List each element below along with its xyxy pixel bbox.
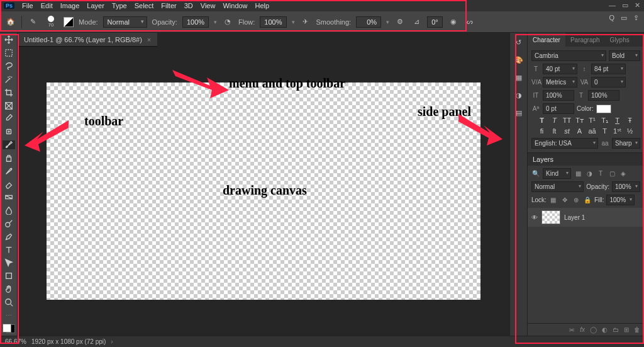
brush-panel-icon[interactable] — [64, 17, 74, 27]
history-panel-icon[interactable]: ↺ — [513, 37, 525, 48]
blend-mode-select[interactable]: Normal — [531, 181, 584, 192]
lock-pixels-icon[interactable]: ▦ — [549, 196, 558, 203]
minimize-icon[interactable]: — — [609, 1, 616, 9]
dodge-tool[interactable] — [3, 219, 15, 229]
layer-thumbnail[interactable] — [541, 210, 560, 224]
font-family-select[interactable]: Cambria — [531, 50, 606, 61]
libraries-panel-icon[interactable]: ▤ — [513, 107, 525, 118]
vscale-input[interactable]: 100% — [543, 90, 574, 101]
tracking-input[interactable]: 0 — [591, 77, 626, 88]
layer-item[interactable]: 👁 Layer 1 — [528, 208, 644, 227]
fx-icon[interactable]: fx — [580, 326, 585, 333]
menu-select[interactable]: Select — [135, 2, 154, 9]
document-tab[interactable]: Untitled-1 @ 66.7% (Layer 1, RGB/8#) × — [18, 33, 157, 47]
layer-name[interactable]: Layer 1 — [564, 214, 585, 221]
airbrush-icon[interactable]: ✈ — [300, 16, 311, 28]
menu-file[interactable]: File — [22, 2, 33, 9]
menu-filter[interactable]: Filter — [161, 2, 176, 9]
menu-help[interactable]: Help — [255, 2, 270, 9]
menu-window[interactable]: Window — [223, 2, 247, 9]
visibility-icon[interactable]: 👁 — [531, 214, 538, 221]
type-tool[interactable] — [3, 245, 15, 254]
menu-layer[interactable]: Layer — [87, 2, 104, 9]
lock-artboard-icon[interactable]: ⊕ — [572, 196, 580, 203]
adjustments-panel-icon[interactable]: ◑ — [513, 89, 525, 101]
blur-tool[interactable] — [3, 206, 15, 215]
path-tool[interactable] — [3, 258, 15, 268]
opacity-input[interactable]: 100% — [182, 16, 209, 28]
strikethrough[interactable]: Ŧ — [625, 117, 635, 125]
angle-input[interactable]: 0° — [427, 16, 443, 28]
tool-preset-icon[interactable]: ✎ — [27, 16, 38, 28]
hand-tool[interactable] — [3, 285, 15, 294]
workspace-icon[interactable]: ▭ — [621, 14, 627, 22]
adjustment-icon[interactable]: ◐ — [602, 326, 608, 333]
superscript[interactable]: T¹ — [587, 117, 597, 125]
filter-adjust-icon[interactable]: ◑ — [585, 170, 594, 177]
eraser-tool[interactable] — [3, 179, 15, 189]
baseline-input[interactable]: 0 pt — [543, 103, 574, 114]
allcaps[interactable]: TT — [562, 117, 572, 125]
kerning-select[interactable]: Metrics — [543, 77, 577, 88]
drawing-canvas[interactable]: menu and top toolbar toolbar side panel … — [47, 82, 480, 300]
close-icon[interactable]: ✕ — [635, 1, 640, 9]
subscript[interactable]: T₁ — [600, 117, 610, 125]
filter-shape-icon[interactable]: ▢ — [608, 170, 616, 177]
menu-edit[interactable]: Edit — [41, 2, 53, 9]
menu-image[interactable]: Image — [60, 2, 80, 9]
chevron-down-icon[interactable]: ▾ — [386, 19, 389, 25]
magic-wand-tool[interactable] — [3, 74, 15, 84]
link-layers-icon[interactable]: ⫘ — [569, 326, 575, 333]
fill-input[interactable]: 100% — [606, 195, 635, 205]
frame-tool[interactable] — [3, 101, 15, 110]
hscale-input[interactable]: 100% — [588, 90, 619, 101]
search-icon[interactable]: Q — [609, 14, 614, 22]
font-size-input[interactable]: 40 pt — [543, 64, 577, 74]
eyedropper-tool[interactable] — [3, 114, 15, 123]
group-icon[interactable]: 🗀 — [613, 326, 619, 333]
shape-tool[interactable] — [3, 271, 15, 281]
delete-icon[interactable]: 🗑 — [634, 326, 640, 333]
filter-pixel-icon[interactable]: ▦ — [574, 170, 582, 177]
ligatures[interactable]: fi — [537, 127, 547, 135]
leading-input[interactable]: 84 pt — [591, 64, 626, 74]
chevron-down-icon[interactable]: ▾ — [292, 19, 295, 25]
chevron-down-icon[interactable]: ▾ — [214, 19, 217, 25]
ordinals[interactable]: 1ˢᵗ — [613, 127, 623, 135]
smallcaps[interactable]: Tᴛ — [575, 117, 585, 125]
lock-position-icon[interactable]: ✥ — [560, 196, 569, 203]
swash[interactable]: A — [575, 127, 585, 135]
swatches-panel-icon[interactable]: ▦ — [513, 72, 525, 83]
chevron-right-icon[interactable]: › — [111, 338, 113, 345]
discretionary[interactable]: st — [562, 127, 572, 135]
tab-character[interactable]: Character — [528, 33, 565, 47]
titling[interactable]: T — [600, 127, 610, 135]
brush-tool[interactable] — [3, 140, 15, 150]
mask-icon[interactable]: ◯ — [590, 326, 597, 333]
faux-italic[interactable]: T — [550, 117, 560, 125]
crop-tool[interactable] — [3, 88, 15, 97]
tab-glyphs[interactable]: Glyphs — [605, 33, 635, 47]
gear-icon[interactable]: ⚙ — [394, 16, 406, 28]
underline[interactable]: T — [613, 117, 623, 125]
filter-kind-select[interactable]: Kind — [543, 168, 571, 179]
zoom-value[interactable]: 66.67% — [5, 338, 26, 345]
antialias-select[interactable]: Sharp — [612, 138, 640, 149]
home-icon[interactable]: 🏠 — [5, 16, 16, 28]
color-swatches[interactable] — [3, 324, 15, 333]
restore-icon[interactable]: ▭ — [622, 1, 628, 9]
new-layer-icon[interactable]: ⊞ — [624, 326, 629, 333]
flow-input[interactable]: 100% — [260, 16, 286, 28]
filter-type-icon[interactable]: T — [596, 170, 605, 177]
faux-bold[interactable]: T — [537, 117, 547, 125]
stylistic[interactable]: aā — [587, 127, 597, 135]
color-panel-icon[interactable]: 🎨 — [513, 54, 525, 65]
filter-smart-icon[interactable]: ◈ — [619, 170, 628, 177]
brush-preview[interactable]: 70 — [43, 14, 58, 30]
menu-3d[interactable]: 3D — [184, 2, 193, 9]
fg-swatch[interactable] — [3, 324, 11, 333]
marquee-tool[interactable] — [3, 48, 15, 58]
gradient-tool[interactable] — [3, 193, 15, 202]
history-brush-tool[interactable] — [3, 166, 15, 176]
lock-all-icon[interactable]: 🔒 — [583, 196, 592, 203]
